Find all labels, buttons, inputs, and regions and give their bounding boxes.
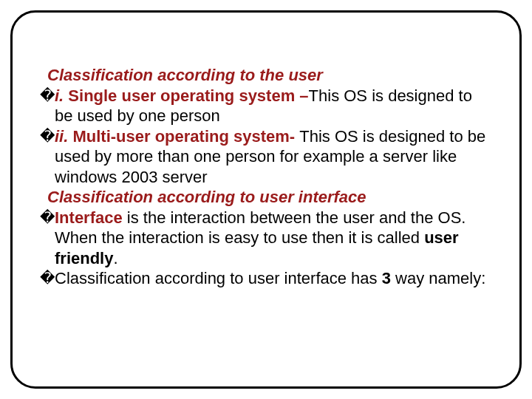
slide: Classification according to the user � i… (0, 0, 532, 399)
item-title-1: Single user operating system – (64, 86, 308, 105)
section-heading-1: Classification according to the user (47, 65, 492, 86)
bullet-body: Classification according to user interfa… (55, 268, 492, 289)
item-text-4b: way namely: (391, 269, 485, 287)
interface-term: Interface (55, 208, 123, 227)
item-title-2: Multi-user operating system- (68, 127, 299, 146)
bullet-item-1: � i. Single user operating system –This … (40, 86, 492, 126)
bullet-item-4: � Classification according to user inter… (40, 268, 492, 289)
roman-numeral-1: i. (55, 86, 64, 105)
bullet-body: ii. Multi-user operating system- This OS… (55, 126, 492, 188)
three-term: 3 (382, 269, 391, 287)
bullet-body: Interface is the interaction between the… (55, 208, 492, 269)
bullet-item-2: � ii. Multi-user operating system- This … (40, 126, 492, 188)
bullet-glyph: � (40, 126, 55, 146)
slide-content: Classification according to the user � i… (40, 65, 492, 289)
bullet-body: i. Single user operating system –This OS… (55, 86, 492, 126)
bullet-glyph: � (40, 86, 55, 106)
roman-numeral-2: ii. (55, 127, 68, 146)
item-text-3b: . (113, 249, 117, 267)
bullet-glyph: � (40, 268, 55, 288)
bullet-item-3: � Interface is the interaction between t… (40, 208, 492, 269)
section-heading-2: Classification according to user interfa… (47, 187, 492, 208)
item-text-4a: Classification according to user interfa… (55, 269, 382, 287)
bullet-glyph: � (40, 208, 55, 228)
